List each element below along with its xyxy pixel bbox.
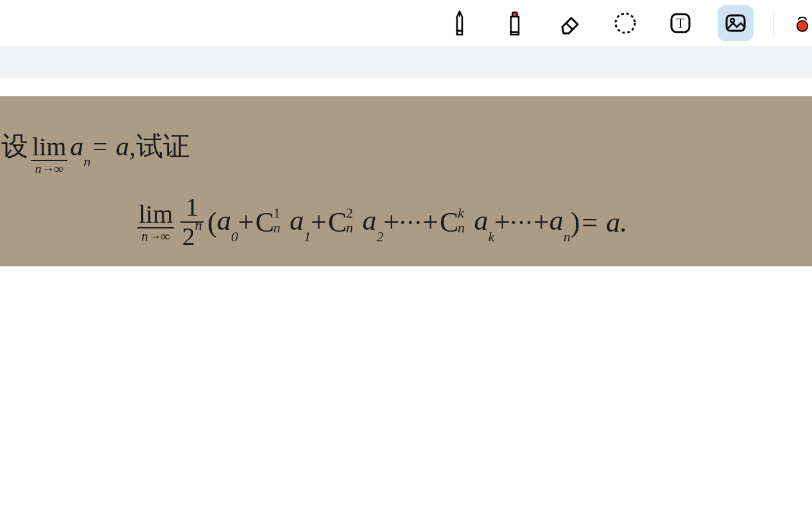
- lasso-tool[interactable]: [607, 5, 643, 41]
- toolbar-divider: [773, 10, 773, 36]
- svg-rect-0: [457, 31, 462, 35]
- svg-rect-7: [727, 15, 745, 31]
- svg-point-9: [797, 21, 808, 31]
- eraser-tool[interactable]: [552, 5, 588, 41]
- limit-block-1: lim n→∞: [31, 134, 67, 175]
- color-icon: [793, 10, 812, 36]
- math-line-2: lim n→∞ 1 2n ( a0 + C 1 n a1 + C 2 n: [135, 194, 812, 250]
- fraction: 1 2n: [180, 194, 203, 250]
- svg-point-4: [616, 13, 635, 33]
- highlighter-icon: [505, 10, 525, 36]
- text-icon: T: [668, 10, 693, 36]
- svg-text:T: T: [677, 16, 684, 30]
- math-line-1: 设 lim n→∞ an = a ,试证: [1, 128, 812, 175]
- highlighter-tool[interactable]: [497, 5, 533, 41]
- lasso-icon: [612, 10, 638, 36]
- image-tool[interactable]: [718, 5, 754, 41]
- pen-tool[interactable]: [442, 5, 478, 41]
- color-tool[interactable]: [793, 5, 812, 41]
- eraser-icon: [557, 10, 583, 36]
- svg-point-8: [730, 19, 734, 22]
- svg-rect-2: [511, 32, 519, 35]
- svg-line-3: [566, 23, 573, 30]
- toolbar: T: [0, 0, 812, 46]
- prefix-text: 设: [1, 128, 28, 164]
- separator-bar: [0, 46, 812, 78]
- limit-block-2: lim n→∞: [137, 202, 174, 243]
- pen-icon: [449, 10, 470, 36]
- text-tool[interactable]: T: [662, 5, 698, 41]
- seq-an: an: [70, 131, 91, 165]
- blank-canvas[interactable]: [0, 266, 812, 488]
- math-problem-image[interactable]: 设 lim n→∞ an = a ,试证 lim n→∞ 1 2n ( a0 +: [0, 96, 812, 266]
- content-area: 设 lim n→∞ an = a ,试证 lim n→∞ 1 2n ( a0 +: [0, 78, 812, 488]
- image-icon: [723, 10, 748, 36]
